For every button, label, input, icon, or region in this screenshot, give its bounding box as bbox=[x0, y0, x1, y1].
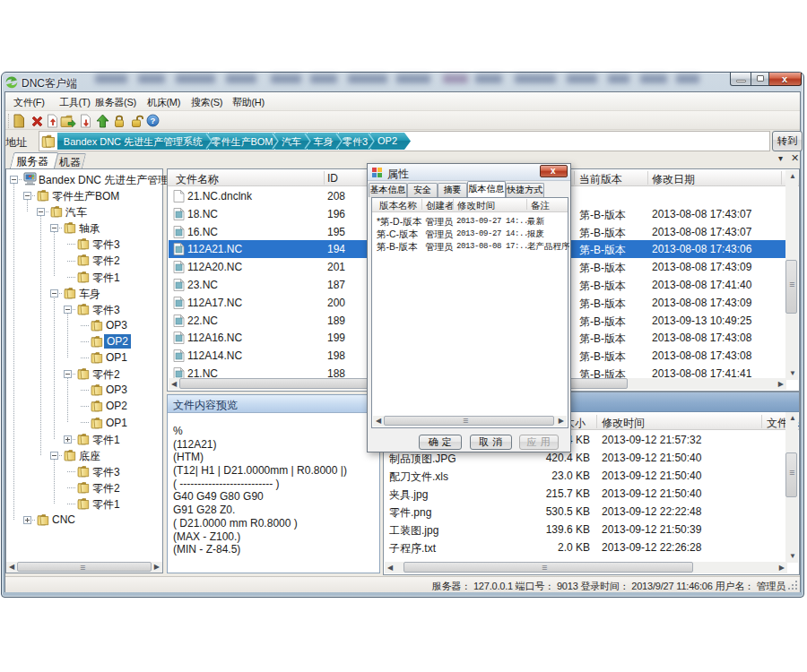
svg-text:?: ? bbox=[151, 116, 156, 125]
